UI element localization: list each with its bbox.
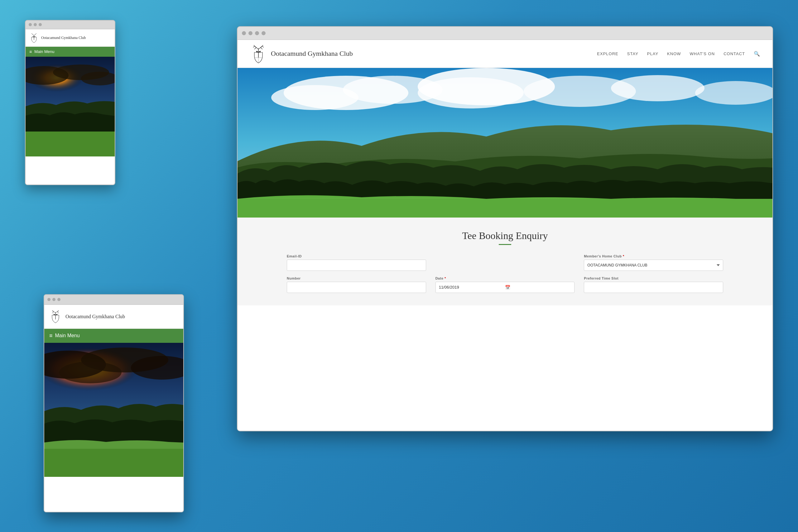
timeslot-group: Preferred Time Slot — [584, 277, 723, 293]
mobile-large-hero-bg — [44, 343, 183, 477]
mobile-large-nav: Ootacamund Gymkhana Club — [44, 305, 183, 329]
number-input[interactable] — [287, 282, 426, 293]
number-group: Number — [287, 277, 426, 293]
nav-explore[interactable]: EXPLORE — [597, 52, 618, 56]
svg-rect-31 — [25, 132, 115, 156]
svg-rect-20 — [238, 199, 773, 217]
browser-dot-2 — [248, 31, 252, 35]
svg-line-25 — [35, 33, 36, 35]
required-marker: * — [623, 254, 624, 258]
mobile-small-hero-bg — [25, 57, 115, 156]
timeslot-input[interactable] — [584, 282, 723, 293]
mobile-large-hamburger-icon: ≡ — [49, 332, 53, 339]
calendar-icon[interactable]: 📅 — [505, 285, 571, 290]
mobile-large-logo — [49, 309, 62, 324]
mobile-small-menu-label: Main Menu — [34, 49, 54, 54]
desktop-logo-text: Ootacamund Gymkhana Club — [271, 50, 353, 58]
form-section: Tee Booking Enquiry Email-ID Member's Ho… — [238, 217, 773, 305]
mobile-large-hamburger-bar[interactable]: ≡ Main Menu — [44, 329, 183, 343]
mobile-small-logo-text: Ootacamund Gymkhana Club — [41, 36, 86, 40]
svg-line-24 — [32, 33, 33, 35]
svg-point-18 — [611, 75, 704, 101]
date-value: 11/06/2019 — [439, 285, 505, 289]
svg-line-8 — [262, 46, 264, 48]
spacer-group — [435, 254, 575, 271]
date-label: Date * — [435, 277, 575, 280]
form-grid: Email-ID Member's Home Club * OOTACAMUND… — [287, 254, 723, 293]
mobile-large-menu-label: Main Menu — [55, 333, 80, 339]
main-scene: Ootacamund Gymkhana Club EXPLORE STAY PL… — [25, 20, 773, 512]
date-input[interactable]: 11/06/2019 📅 — [435, 282, 575, 293]
mobile-browser-large: Ootacamund Gymkhana Club ≡ Main Menu — [44, 294, 184, 512]
form-title: Tee Booking Enquiry — [256, 230, 754, 242]
mobile-large-titlebar — [44, 295, 183, 305]
browser-titlebar — [238, 27, 773, 40]
home-club-select[interactable]: OOTACAMUND GYMKHANA CLUB — [584, 260, 723, 271]
mobile-small-content: Ootacamund Gymkhana Club ≡ Main Menu — [25, 29, 115, 185]
browser-dot-4 — [262, 31, 266, 35]
desktop-logo: Ootacamund Gymkhana Club — [250, 44, 353, 64]
home-club-label: Member's Home Club * — [584, 254, 723, 258]
mobile-small-hero — [25, 57, 115, 156]
svg-line-7 — [253, 46, 255, 48]
mobile-small-dot-2 — [34, 23, 37, 26]
nav-play[interactable]: PLAY — [647, 52, 658, 56]
mobile-large-dot-1 — [48, 298, 51, 301]
mobile-large-dot-3 — [57, 298, 60, 301]
mobile-small-titlebar — [25, 21, 115, 29]
svg-line-4 — [254, 48, 256, 49]
svg-point-44 — [59, 362, 121, 383]
date-group: Date * 11/06/2019 📅 — [435, 277, 575, 293]
svg-line-6 — [261, 48, 263, 49]
number-label: Number — [287, 277, 426, 280]
desktop-menu: EXPLORE STAY PLAY KNOW WHAT'S ON CONTACT… — [597, 51, 760, 57]
browser-dot-1 — [242, 31, 246, 35]
mobile-small-dot-1 — [29, 23, 32, 26]
date-required-marker: * — [444, 277, 446, 280]
mobile-small-hamburger-bar[interactable]: ≡ Main Menu — [25, 47, 115, 57]
browser-content: Ootacamund Gymkhana Club EXPLORE STAY PL… — [238, 40, 773, 431]
mobile-large-hero — [44, 343, 183, 477]
svg-point-16 — [418, 77, 524, 109]
search-icon[interactable]: 🔍 — [754, 51, 760, 57]
mobile-small-logo — [29, 33, 39, 43]
form-title-underline — [499, 244, 511, 245]
email-input[interactable] — [287, 260, 426, 271]
svg-point-19 — [695, 81, 773, 105]
nav-whats-on[interactable]: WHAT'S ON — [690, 52, 715, 56]
desktop-hero-image — [238, 68, 773, 217]
email-group: Email-ID — [287, 254, 426, 271]
desktop-nav: Ootacamund Gymkhana Club EXPLORE STAY PL… — [238, 40, 773, 68]
mobile-small-hamburger-icon: ≡ — [29, 49, 32, 54]
nav-contact[interactable]: CONTACT — [723, 52, 745, 56]
mobile-small-nav: Ootacamund Gymkhana Club — [25, 29, 115, 47]
home-club-group: Member's Home Club * OOTACAMUND GYMKHANA… — [584, 254, 723, 271]
mobile-browser-small: Ootacamund Gymkhana Club ≡ Main Menu — [25, 20, 115, 185]
mobile-large-content: Ootacamund Gymkhana Club ≡ Main Menu — [44, 305, 183, 512]
timeslot-label: Preferred Time Slot — [584, 277, 723, 280]
logo-emblem — [250, 44, 267, 64]
nav-know[interactable]: KNOW — [667, 52, 681, 56]
desktop-browser: Ootacamund Gymkhana Club EXPLORE STAY PL… — [237, 26, 773, 431]
nav-stay[interactable]: STAY — [627, 52, 639, 56]
mobile-large-dot-2 — [52, 298, 56, 301]
email-label: Email-ID — [287, 254, 426, 258]
svg-line-36 — [52, 312, 54, 313]
mobile-large-logo-text: Ootacamund Gymkhana Club — [65, 314, 125, 320]
svg-line-38 — [57, 312, 59, 313]
browser-dot-3 — [255, 31, 259, 35]
mobile-small-dot-3 — [39, 23, 42, 26]
